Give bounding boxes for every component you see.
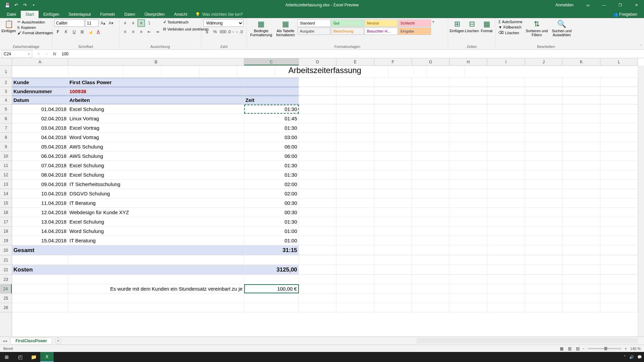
- cell-A21[interactable]: [12, 255, 68, 264]
- cell-L4[interactable]: [600, 96, 638, 104]
- cell-L10[interactable]: [600, 152, 638, 161]
- cell-B10[interactable]: AWS Schulung: [68, 152, 244, 161]
- cell-A26[interactable]: [12, 303, 68, 312]
- col-header-H[interactable]: H: [449, 58, 487, 65]
- cell-H10[interactable]: [449, 152, 487, 161]
- cell-B24[interactable]: Es wurde mit dem Kunden ein Stundensatz …: [68, 284, 244, 293]
- cell-D17[interactable]: [299, 217, 336, 226]
- cell-A20[interactable]: Gesamt: [12, 245, 68, 255]
- cell-K2[interactable]: [562, 78, 600, 87]
- tab-daten[interactable]: Daten: [120, 11, 140, 18]
- decrease-font-icon[interactable]: A▾: [107, 19, 115, 27]
- select-all-corner[interactable]: [0, 58, 12, 66]
- notifications-icon[interactable]: 💬: [637, 355, 642, 359]
- cell-L19[interactable]: [600, 236, 638, 245]
- cell-C20[interactable]: 31:15: [244, 245, 299, 255]
- cell-H22[interactable]: [449, 265, 487, 275]
- cell-J6[interactable]: [525, 114, 562, 123]
- normal-view-icon[interactable]: ▦: [558, 345, 566, 352]
- cell-G20[interactable]: [412, 245, 449, 255]
- cell-I7[interactable]: [487, 123, 525, 132]
- align-bottom-icon[interactable]: ≡: [138, 19, 145, 27]
- col-header-E[interactable]: E: [336, 58, 374, 65]
- cell-D6[interactable]: [299, 114, 336, 123]
- cell-F10[interactable]: [374, 152, 412, 161]
- col-header-J[interactable]: J: [525, 58, 562, 65]
- cell-K6[interactable]: [562, 114, 600, 123]
- cell-J3[interactable]: [525, 87, 562, 96]
- cell-D13[interactable]: [299, 180, 336, 189]
- font-size-select[interactable]: [85, 19, 99, 27]
- add-sheet-button[interactable]: +: [55, 338, 61, 344]
- cell-L14[interactable]: [600, 189, 638, 198]
- cell-H5[interactable]: [449, 105, 487, 114]
- cell-C26[interactable]: [244, 303, 299, 312]
- cell-D5[interactable]: [299, 105, 336, 114]
- signin-link[interactable]: Anmelden: [553, 3, 576, 7]
- system-tray[interactable]: ˄ 🔊 💬: [624, 355, 642, 359]
- cell-A17[interactable]: 13.04.2018: [12, 217, 68, 226]
- cell-G6[interactable]: [412, 114, 449, 123]
- cell-G18[interactable]: [412, 227, 449, 236]
- cell-C7[interactable]: 01:30: [244, 123, 299, 132]
- cell-I9[interactable]: [487, 142, 525, 151]
- cell-K16[interactable]: [562, 208, 600, 217]
- cell-style-schlecht[interactable]: Schlecht: [398, 19, 431, 27]
- cell-B22[interactable]: [68, 265, 244, 275]
- cell-L11[interactable]: [600, 161, 638, 170]
- cell-D21[interactable]: [299, 255, 336, 264]
- font-color-button[interactable]: A: [95, 28, 102, 36]
- cell-styles-gallery[interactable]: StandardGutNeutralSchlechtAusgabeBerechn…: [298, 19, 431, 35]
- row-header-13[interactable]: 13: [0, 180, 12, 189]
- format-as-table-button[interactable]: ▦Als Tabelle formatieren: [275, 19, 296, 38]
- cell-G26[interactable]: [412, 303, 449, 312]
- cell-D22[interactable]: [299, 265, 336, 275]
- fx-icon[interactable]: fx: [51, 50, 58, 58]
- cell-E8[interactable]: [336, 133, 374, 142]
- cell-F24[interactable]: [374, 284, 412, 293]
- cell-E21[interactable]: [336, 255, 374, 264]
- cell-A22[interactable]: Kosten: [12, 265, 68, 275]
- cell-J8[interactable]: [525, 133, 562, 142]
- cell-D4[interactable]: [299, 96, 336, 104]
- cell-A16[interactable]: 12.04.2018: [12, 208, 68, 217]
- cell-A9[interactable]: 05.04.2018: [12, 142, 68, 151]
- cell-D16[interactable]: [299, 208, 336, 217]
- cell-D7[interactable]: [299, 123, 336, 132]
- cell-F16[interactable]: [374, 208, 412, 217]
- tab-seitenlayout[interactable]: Seitenlayout: [64, 11, 96, 18]
- start-button[interactable]: ⊞: [0, 352, 13, 362]
- cell-H6[interactable]: [449, 114, 487, 123]
- cell-D9[interactable]: [299, 142, 336, 151]
- tell-me-search[interactable]: 💡Was möchten Sie tun?: [192, 11, 246, 18]
- cell-F19[interactable]: [374, 236, 412, 245]
- cell-F7[interactable]: [374, 123, 412, 132]
- cell-F21[interactable]: [374, 255, 412, 264]
- format-cells-button[interactable]: ▦Format: [480, 19, 493, 34]
- cell-A8[interactable]: 04.04.2018: [12, 133, 68, 142]
- cell-L6[interactable]: [600, 114, 638, 123]
- cell-L21[interactable]: [600, 255, 638, 264]
- cell-H23[interactable]: [449, 275, 487, 284]
- increase-decimal-icon[interactable]: .0→: [227, 28, 235, 36]
- cell-I16[interactable]: [487, 208, 525, 217]
- align-top-icon[interactable]: ≡: [121, 19, 129, 27]
- volume-icon[interactable]: 🔊: [629, 355, 634, 359]
- cell-F5[interactable]: [374, 105, 412, 114]
- cell-E23[interactable]: [336, 275, 374, 284]
- vertical-scrollbar[interactable]: [638, 66, 644, 337]
- increase-indent-icon[interactable]: ⇥: [154, 28, 161, 36]
- cell-H12[interactable]: [449, 170, 487, 179]
- cell-I26[interactable]: [487, 303, 525, 312]
- cell-A4[interactable]: Datum: [12, 96, 68, 104]
- cell-G23[interactable]: [412, 275, 449, 284]
- decrease-decimal-icon[interactable]: ←.0: [235, 28, 243, 36]
- cell-B8[interactable]: Word Vortrag: [68, 133, 244, 142]
- row-header-5[interactable]: 5: [0, 105, 12, 114]
- cell-H7[interactable]: [449, 123, 487, 132]
- cell-G25[interactable]: [412, 294, 449, 303]
- cell-F6[interactable]: [374, 114, 412, 123]
- cell-H8[interactable]: [449, 133, 487, 142]
- cell-style-gut[interactable]: Gut: [331, 19, 364, 27]
- col-header-K[interactable]: K: [562, 58, 600, 65]
